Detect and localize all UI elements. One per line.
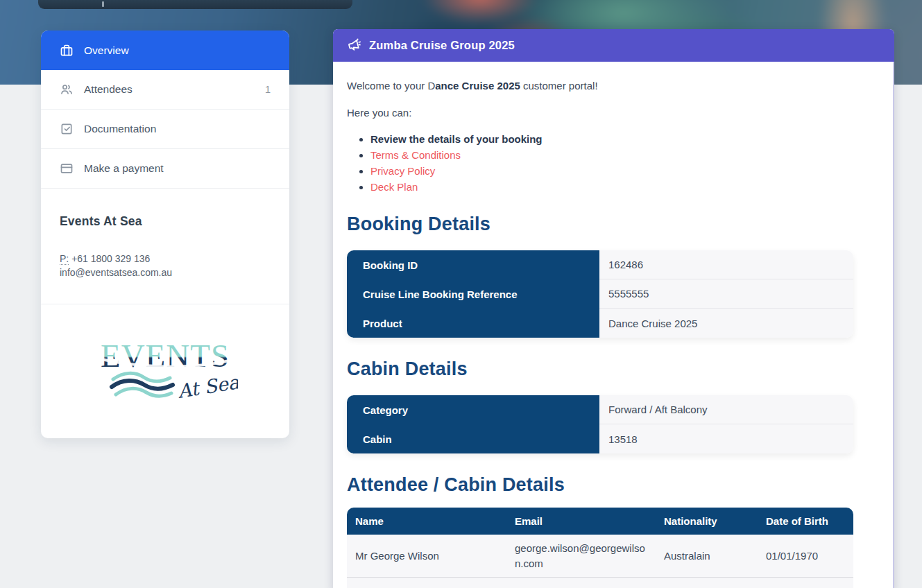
megaphone-icon [347, 38, 361, 53]
attendees-count-badge: 1 [265, 84, 271, 95]
booking-details-table: Booking ID 162486 Cruise Line Booking Re… [347, 250, 853, 338]
company-info: Events At Sea P: +61 1800 329 136 info@e… [41, 189, 289, 294]
company-phone: P: +61 1800 329 136 [60, 252, 271, 266]
privacy-policy-link[interactable]: Privacy Policy [370, 165, 435, 177]
attendee-name: Mr George Wilson [347, 544, 506, 567]
top-popup-fragment-detail [102, 1, 104, 7]
table-row: Product Dance Cruise 2025 [347, 309, 853, 338]
column-header-nationality: Nationality [656, 515, 758, 527]
attendee-table-header: Name Email Nationality Date of Birth [347, 508, 853, 535]
welcome-text: Welcome to your Dance Cruise 2025 custom… [347, 80, 880, 92]
row-value: 5555555 [599, 279, 853, 309]
attendee-email: george.wilson@georgewilson.com [506, 535, 656, 577]
row-value: Dance Cruise 2025 [599, 309, 853, 338]
table-row: Cruise Line Booking Reference 5555555 [347, 279, 853, 309]
sidebar: Overview Attendees 1 Documentation Make … [41, 31, 289, 438]
sidebar-item-label: Make a payment [84, 162, 164, 175]
row-label: Product [347, 309, 599, 338]
credit-card-icon [60, 162, 74, 175]
users-icon [60, 83, 74, 96]
cabin-details-title: Cabin Details [347, 358, 880, 380]
sidebar-item-label: Documentation [84, 123, 156, 135]
briefcase-icon [60, 44, 74, 58]
sidebar-item-label: Overview [84, 44, 129, 57]
row-value: 162486 [599, 250, 853, 279]
main-panel: Zumba Cruise Group 2025 Welcome to your … [333, 29, 894, 588]
list-item: Deck Plan [370, 181, 880, 193]
sidebar-item-label: Attendees [84, 83, 133, 96]
group-header: Zumba Cruise Group 2025 [333, 29, 894, 62]
sidebar-item-make-a-payment[interactable]: Make a payment [41, 149, 289, 189]
column-header-dob: Date of Birth [758, 515, 853, 527]
list-item: Terms & Conditions [370, 149, 880, 161]
phone-abbr: P: [60, 253, 69, 265]
events-at-sea-logo: EVENTS At Sea [41, 304, 289, 415]
logo-word: EVENTS [101, 338, 230, 374]
events-at-sea-logo-graphic: EVENTS At Sea [92, 332, 238, 415]
booking-details-title: Booking Details [347, 214, 880, 235]
list-item: Privacy Policy [370, 165, 880, 177]
company-email: info@eventsatsea.com.au [60, 266, 271, 279]
attendee-table: Name Email Nationality Date of Birth Mr … [347, 508, 853, 588]
table-row-partial [347, 578, 853, 588]
attendee-cabin-details-title: Attendee / Cabin Details [347, 474, 880, 496]
terms-conditions-link[interactable]: Terms & Conditions [370, 149, 461, 161]
table-row: Mr George Wilson george.wilson@georgewil… [347, 535, 853, 578]
deck-plan-link[interactable]: Deck Plan [370, 181, 418, 193]
row-label: Cabin [347, 424, 599, 453]
sidebar-item-overview[interactable]: Overview [41, 31, 289, 70]
logo-script: At Sea [176, 371, 238, 402]
row-value: Forward / Aft Balcony [599, 395, 853, 424]
group-title: Zumba Cruise Group 2025 [369, 39, 515, 52]
column-header-name: Name [347, 515, 506, 527]
attendee-nationality: Australain [656, 544, 758, 567]
intro-text: Here you can: [347, 107, 880, 119]
attendee-dob: 01/01/1970 [758, 544, 853, 567]
company-name: Events At Sea [60, 214, 271, 229]
row-value: 13518 [599, 424, 853, 453]
panel-scrollbar[interactable] [893, 62, 894, 588]
column-header-email: Email [506, 514, 656, 529]
table-row: Booking ID 162486 [347, 250, 853, 279]
portal-options-list: Review the details of your booking Terms… [361, 133, 880, 193]
checkbox-icon [60, 122, 74, 136]
top-popup-fragment [38, 0, 352, 9]
row-label: Category [347, 395, 599, 424]
sidebar-item-documentation[interactable]: Documentation [41, 110, 289, 149]
table-row: Category Forward / Aft Balcony [347, 395, 853, 424]
row-label: Cruise Line Booking Reference [347, 279, 599, 309]
list-item-review-booking: Review the details of your booking [370, 133, 880, 145]
cabin-details-table: Category Forward / Aft Balcony Cabin 135… [347, 395, 853, 453]
row-label: Booking ID [347, 250, 599, 279]
table-row: Cabin 13518 [347, 424, 853, 453]
sidebar-item-attendees[interactable]: Attendees 1 [41, 70, 289, 110]
